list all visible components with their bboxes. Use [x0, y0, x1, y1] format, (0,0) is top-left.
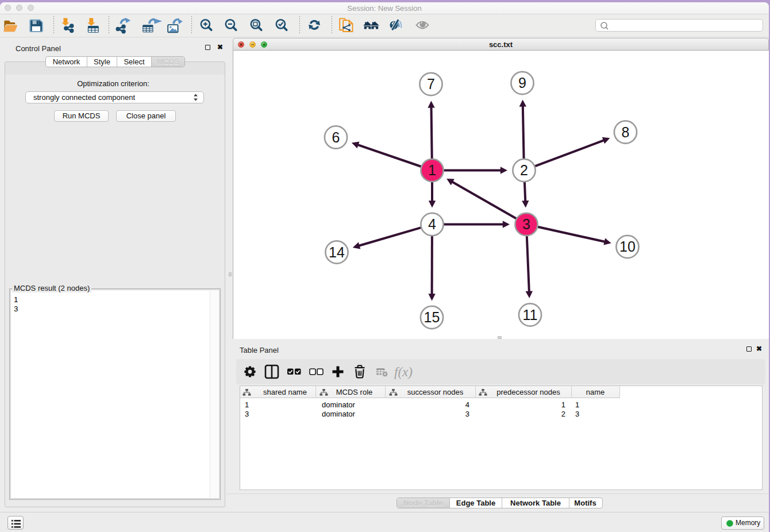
- svg-text:f(x): f(x): [394, 365, 413, 379]
- svg-text:14: 14: [329, 244, 345, 260]
- svg-text:1: 1: [428, 162, 436, 178]
- svg-text:6: 6: [332, 129, 340, 145]
- svg-text:3: 3: [522, 216, 530, 232]
- svg-text:2: 2: [520, 162, 528, 178]
- svg-text:10: 10: [619, 238, 636, 255]
- svg-text:9: 9: [518, 75, 526, 91]
- svg-text:7: 7: [427, 76, 435, 92]
- svg-text:15: 15: [424, 309, 440, 325]
- svg-text:8: 8: [622, 124, 630, 140]
- svg-text:11: 11: [523, 307, 538, 323]
- svg-text:4: 4: [428, 216, 436, 232]
